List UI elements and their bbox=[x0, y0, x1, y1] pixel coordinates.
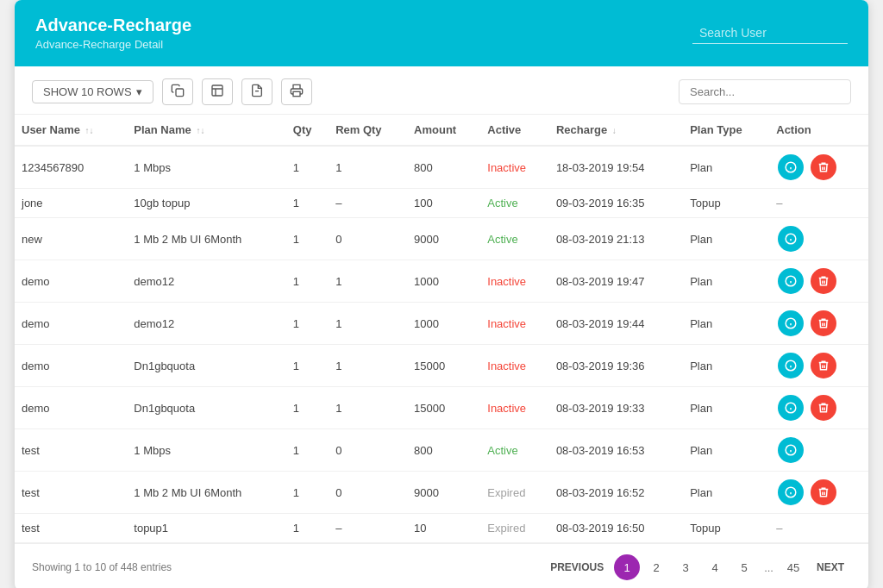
cell-amount: 800 bbox=[407, 429, 480, 472]
cell-qty: 1 bbox=[286, 303, 329, 345]
cell-recharge: 09-03-2019 16:35 bbox=[549, 189, 683, 218]
cell-planname: 10gb topup bbox=[127, 189, 286, 218]
table-row: test 1 Mb 2 Mb UI 6Month 1 0 9000 Expire… bbox=[15, 472, 868, 514]
page-3-button[interactable]: 3 bbox=[673, 554, 698, 580]
page-4-button[interactable]: 4 bbox=[702, 554, 728, 580]
page-title: Advance-Recharge bbox=[35, 16, 191, 35]
cell-username: test bbox=[15, 472, 127, 514]
page-45-button[interactable]: 45 bbox=[780, 554, 806, 580]
info-button[interactable] bbox=[778, 226, 804, 252]
cell-plantype: Plan bbox=[683, 345, 769, 387]
info-button[interactable] bbox=[778, 310, 804, 336]
cell-remqty: 1 bbox=[329, 146, 407, 189]
cell-active: Inactive bbox=[480, 387, 549, 429]
info-button[interactable] bbox=[778, 154, 804, 180]
table-row: demo Dn1gbquota 1 1 15000 Inactive 08-03… bbox=[15, 387, 868, 429]
page-5-button[interactable]: 5 bbox=[731, 554, 757, 580]
cell-action bbox=[769, 218, 868, 260]
cell-username: demo bbox=[15, 387, 127, 429]
cell-username: 1234567890 bbox=[15, 146, 127, 189]
delete-button[interactable] bbox=[811, 154, 836, 180]
sort-icon-planname: ↑↓ bbox=[196, 126, 204, 135]
delete-button[interactable] bbox=[811, 268, 836, 294]
cell-amount: 15000 bbox=[407, 345, 480, 387]
cell-recharge: 08-03-2019 16:52 bbox=[549, 472, 683, 514]
header-right bbox=[692, 22, 848, 44]
action-dash: – bbox=[776, 522, 782, 535]
table-search-input[interactable] bbox=[679, 79, 851, 104]
cell-active: Inactive bbox=[480, 345, 549, 387]
search-user-input[interactable] bbox=[692, 22, 848, 44]
cell-recharge: 08-03-2019 16:50 bbox=[549, 514, 683, 543]
header: Advance-Recharge Advance-Recharge Detail bbox=[15, 0, 868, 66]
prev-button[interactable]: PREVIOUS bbox=[543, 558, 611, 577]
info-button[interactable] bbox=[778, 353, 804, 378]
copy-button[interactable] bbox=[162, 78, 193, 105]
cell-planname: Dn1gbquota bbox=[127, 345, 286, 387]
cell-planname: Dn1gbquota bbox=[127, 387, 286, 429]
action-dash: – bbox=[776, 197, 782, 210]
cell-username: test bbox=[15, 514, 127, 543]
cell-planname: demo12 bbox=[127, 303, 286, 345]
col-action: Action bbox=[769, 115, 868, 147]
footer: Showing 1 to 10 of 448 entries PREVIOUS … bbox=[15, 543, 868, 588]
col-remqty: Rem Qty bbox=[329, 115, 407, 147]
delete-button[interactable] bbox=[811, 479, 836, 505]
delete-button[interactable] bbox=[811, 395, 836, 421]
cell-remqty: 0 bbox=[329, 218, 407, 260]
cell-recharge: 08-03-2019 19:44 bbox=[549, 303, 683, 345]
cell-username: test bbox=[15, 429, 127, 472]
table-row: test 1 Mbps 1 0 800 Active 08-03-2019 16… bbox=[15, 429, 868, 472]
table-row: new 1 Mb 2 Mb UI 6Month 1 0 9000 Active … bbox=[15, 218, 868, 260]
cell-active: Active bbox=[480, 429, 549, 472]
cell-planname: 1 Mb 2 Mb UI 6Month bbox=[127, 218, 286, 260]
cell-active: Active bbox=[480, 189, 549, 218]
info-button[interactable] bbox=[778, 268, 804, 294]
show-rows-button[interactable]: SHOW 10 ROWS ▾ bbox=[32, 80, 153, 103]
cell-planname: demo12 bbox=[127, 260, 286, 303]
cell-qty: 1 bbox=[286, 472, 329, 514]
cell-plantype: Plan bbox=[683, 260, 769, 303]
info-button[interactable] bbox=[778, 437, 804, 463]
cell-qty: 1 bbox=[286, 189, 329, 218]
excel-button[interactable] bbox=[202, 78, 233, 105]
cell-username: new bbox=[15, 218, 127, 260]
col-amount: Amount bbox=[407, 115, 480, 147]
cell-recharge: 08-03-2019 19:47 bbox=[549, 260, 683, 303]
cell-qty: 1 bbox=[286, 514, 329, 543]
cell-action bbox=[769, 429, 868, 472]
cell-remqty: 1 bbox=[329, 345, 407, 387]
cell-remqty: – bbox=[329, 189, 407, 218]
info-button[interactable] bbox=[778, 395, 804, 421]
cell-active: Expired bbox=[480, 514, 549, 543]
col-username: User Name ↑↓ bbox=[15, 115, 127, 147]
delete-button[interactable] bbox=[811, 353, 836, 378]
cell-plantype: Plan bbox=[683, 303, 769, 345]
svg-rect-1 bbox=[212, 85, 222, 96]
print-button[interactable] bbox=[281, 78, 312, 105]
pagination-info: Showing 1 to 10 of 448 entries bbox=[32, 561, 172, 573]
table-row: demo Dn1gbquota 1 1 15000 Inactive 08-03… bbox=[15, 345, 868, 387]
cell-plantype: Topup bbox=[683, 514, 769, 543]
dropdown-icon: ▾ bbox=[136, 85, 142, 98]
cell-recharge: 08-03-2019 21:13 bbox=[549, 218, 683, 260]
cell-active: Inactive bbox=[480, 303, 549, 345]
page-1-button[interactable]: 1 bbox=[614, 554, 640, 580]
col-active: Active bbox=[480, 115, 549, 147]
cell-remqty: 0 bbox=[329, 429, 407, 472]
pdf-button[interactable] bbox=[241, 78, 272, 105]
page-2-button[interactable]: 2 bbox=[643, 554, 669, 580]
cell-recharge: 18-03-2019 19:54 bbox=[549, 146, 683, 189]
cell-action: – bbox=[769, 189, 868, 218]
cell-username: demo bbox=[15, 303, 127, 345]
info-button[interactable] bbox=[778, 479, 804, 505]
cell-amount: 9000 bbox=[407, 472, 480, 514]
delete-button[interactable] bbox=[811, 310, 836, 336]
cell-recharge: 08-03-2019 16:53 bbox=[549, 429, 683, 472]
cell-qty: 1 bbox=[286, 429, 329, 472]
cell-remqty: 1 bbox=[329, 387, 407, 429]
table-row: demo demo12 1 1 1000 Inactive 08-03-2019… bbox=[15, 260, 868, 303]
sort-icon-username: ↑↓ bbox=[85, 126, 94, 135]
toolbar-right bbox=[679, 79, 851, 104]
next-button[interactable]: NEXT bbox=[810, 558, 851, 577]
